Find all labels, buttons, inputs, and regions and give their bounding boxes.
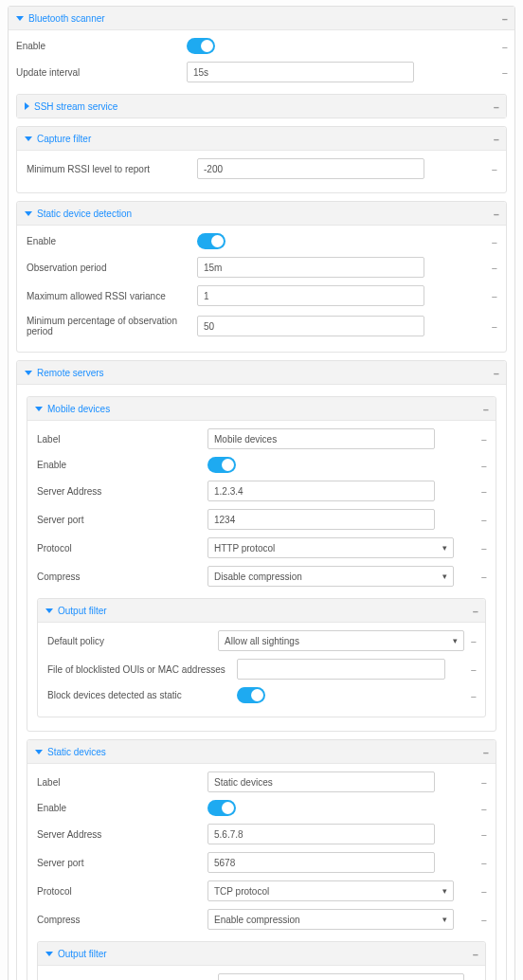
input-label[interactable] bbox=[207, 771, 435, 792]
row-action[interactable]: -- bbox=[458, 433, 486, 445]
collapse-icon[interactable]: -- bbox=[502, 12, 507, 24]
collapse-icon[interactable]: -- bbox=[494, 100, 498, 112]
select-protocol[interactable]: HTTP protocol▾ bbox=[207, 537, 454, 558]
chevron-down-icon: ▾ bbox=[453, 636, 458, 645]
select-value: Disable compression bbox=[214, 572, 302, 582]
input-min-rssi[interactable] bbox=[197, 158, 424, 179]
panel-static-detection: Static device detection -- Enable -- Obs… bbox=[16, 201, 507, 353]
row-action[interactable]: -- bbox=[478, 41, 507, 52]
panel-body: Default policyBlock all sightings▾-- Fil… bbox=[38, 966, 485, 980]
row-action[interactable]: -- bbox=[458, 885, 486, 897]
input-blocklist-file[interactable] bbox=[237, 659, 445, 680]
panel-header-static[interactable]: Static devices -- bbox=[27, 740, 496, 764]
chevron-right-icon bbox=[25, 102, 29, 110]
row-action[interactable]: -- bbox=[464, 635, 476, 646]
panel-body: Default policyAllow all sightings▾-- Fil… bbox=[38, 623, 485, 717]
chevron-down-icon bbox=[45, 952, 53, 956]
row-action[interactable]: -- bbox=[468, 163, 496, 174]
label-default-policy: Default policy bbox=[47, 977, 218, 981]
row-enable: Enable -- bbox=[27, 229, 496, 253]
input-max-rssi-var[interactable] bbox=[197, 285, 424, 306]
panel-header-mobile[interactable]: Mobile devices -- bbox=[27, 397, 496, 421]
panel-header-remote[interactable]: Remote servers -- bbox=[17, 361, 506, 385]
row-action[interactable]: -- bbox=[458, 828, 486, 840]
select-protocol[interactable]: TCP protocol▾ bbox=[207, 880, 454, 901]
row-action[interactable]: -- bbox=[458, 542, 486, 554]
panel-header-static-detection[interactable]: Static device detection -- bbox=[17, 202, 506, 226]
row-action[interactable]: -- bbox=[447, 690, 476, 701]
row-action[interactable]: -- bbox=[468, 320, 496, 332]
row-action[interactable]: -- bbox=[468, 236, 496, 247]
panel-mobile-devices: Mobile devices -- Label-- Enable-- Serve… bbox=[27, 396, 496, 732]
panel-title: Output filter bbox=[45, 949, 107, 959]
select-value: Allow all sightings bbox=[225, 636, 299, 646]
panel-body: Label-- Enable-- Server Address-- Server… bbox=[27, 421, 496, 731]
row-action[interactable]: -- bbox=[447, 663, 476, 675]
collapse-icon[interactable]: -- bbox=[494, 133, 498, 144]
panel-remote-servers: Remote servers -- Mobile devices -- La bbox=[16, 360, 507, 980]
chevron-down-icon: ▾ bbox=[442, 572, 447, 581]
panel-header-bluetooth[interactable]: Bluetooth scanner -- bbox=[9, 7, 514, 30]
collapse-icon[interactable]: -- bbox=[483, 746, 488, 757]
select-default-policy[interactable]: Block all sightings▾ bbox=[218, 973, 464, 980]
input-server-addr[interactable] bbox=[207, 481, 435, 501]
row-action[interactable]: -- bbox=[458, 514, 486, 525]
panel-header-output-filter[interactable]: Output filter -- bbox=[38, 942, 485, 966]
panel-capture-filter: Capture filter -- Minimum RSSI level to … bbox=[16, 126, 507, 193]
toggle-block-static[interactable] bbox=[237, 687, 265, 703]
input-server-port[interactable] bbox=[207, 852, 435, 873]
toggle-enable[interactable] bbox=[187, 38, 215, 54]
row-action[interactable]: -- bbox=[478, 66, 507, 78]
panel-title-text: Static device detection bbox=[37, 209, 132, 219]
panel-title-text: Bluetooth scanner bbox=[28, 13, 105, 24]
label-label: Label bbox=[37, 775, 207, 789]
toggle-enable[interactable] bbox=[207, 800, 236, 816]
row-action[interactable]: -- bbox=[458, 485, 486, 497]
chevron-down-icon bbox=[35, 750, 43, 754]
collapse-icon[interactable]: -- bbox=[483, 403, 488, 414]
collapse-icon[interactable]: -- bbox=[473, 605, 478, 616]
row-enable: Enable -- bbox=[16, 34, 507, 58]
panel-body: Enable -- Observation period -- Maximum … bbox=[17, 226, 506, 352]
select-value: Enable compression bbox=[214, 915, 300, 925]
input-update-interval[interactable] bbox=[187, 62, 414, 82]
row-update-interval: Update interval -- bbox=[16, 58, 507, 86]
input-label[interactable] bbox=[207, 428, 435, 449]
row-action[interactable]: -- bbox=[468, 290, 496, 301]
label-blocklist-file: File of blocklisted OUIs or MAC addresse… bbox=[47, 662, 237, 677]
row-action[interactable]: -- bbox=[458, 460, 486, 471]
panel-title: Static device detection bbox=[25, 209, 132, 219]
select-compress[interactable]: Enable compression▾ bbox=[207, 909, 454, 930]
collapse-icon[interactable]: -- bbox=[494, 208, 498, 219]
input-server-port[interactable] bbox=[207, 509, 435, 530]
panel-output-filter-static: Output filter -- Default policyBlock all… bbox=[37, 941, 486, 980]
toggle-enable[interactable] bbox=[197, 233, 225, 249]
input-obs-period[interactable] bbox=[197, 257, 424, 278]
row-obs-period: Observation period -- bbox=[27, 253, 496, 281]
row-action[interactable]: -- bbox=[458, 776, 486, 788]
panel-title: Static devices bbox=[35, 747, 106, 757]
input-server-addr[interactable] bbox=[207, 824, 435, 844]
row-action[interactable]: -- bbox=[468, 262, 496, 273]
row-action[interactable]: -- bbox=[458, 803, 486, 814]
label-enable: Enable bbox=[37, 458, 207, 472]
collapse-icon[interactable]: -- bbox=[494, 367, 498, 378]
select-compress[interactable]: Disable compression▾ bbox=[207, 566, 454, 587]
panel-body: Enable -- Update interval -- SSH stream … bbox=[9, 30, 514, 980]
panel-ssh-stream: SSH stream service -- bbox=[16, 94, 507, 118]
chevron-down-icon: ▾ bbox=[442, 543, 447, 553]
label-min-pct: Minimum percentage of observation period bbox=[27, 314, 197, 338]
chevron-down-icon: ▾ bbox=[442, 886, 447, 896]
row-action[interactable]: -- bbox=[458, 571, 486, 582]
row-action[interactable]: -- bbox=[458, 857, 486, 868]
input-min-pct[interactable] bbox=[197, 316, 424, 336]
panel-header-ssh[interactable]: SSH stream service -- bbox=[17, 95, 506, 118]
row-action[interactable]: -- bbox=[458, 914, 486, 925]
toggle-enable[interactable] bbox=[207, 457, 236, 473]
select-default-policy[interactable]: Allow all sightings▾ bbox=[218, 630, 464, 651]
row-min-pct: Minimum percentage of observation period… bbox=[27, 310, 496, 342]
panel-header-capture[interactable]: Capture filter -- bbox=[17, 127, 506, 151]
collapse-icon[interactable]: -- bbox=[473, 948, 478, 959]
panel-title-text: Output filter bbox=[58, 606, 107, 616]
panel-header-output-filter[interactable]: Output filter -- bbox=[38, 599, 485, 623]
